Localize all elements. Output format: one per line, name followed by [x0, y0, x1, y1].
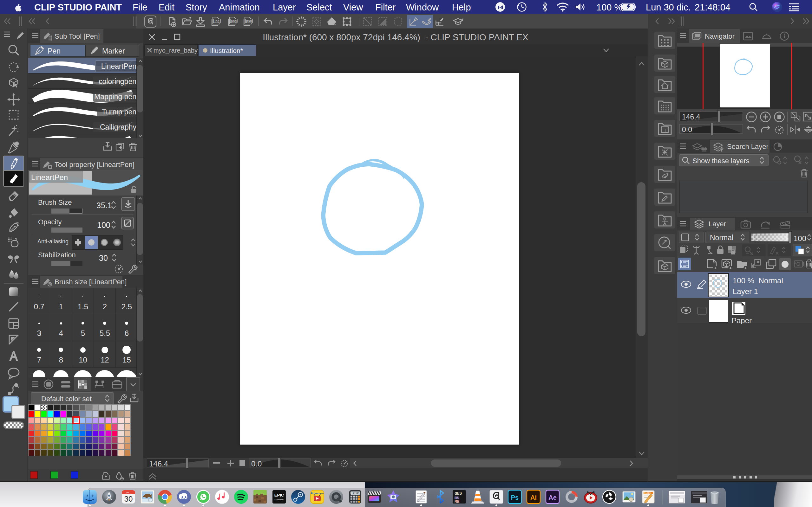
svg-text:Pokémon: Pokémon — [311, 492, 324, 495]
svg-text:GAMES: GAMES — [275, 498, 284, 501]
svg-text:Ai: Ai — [530, 494, 537, 501]
svg-text:ME: ME — [455, 499, 460, 504]
svg-text:Ps: Ps — [511, 494, 519, 501]
svg-text:3.141593: 3.141593 — [349, 492, 359, 495]
svg-text:EPIC: EPIC — [274, 493, 284, 498]
svg-text:psd: psd — [246, 19, 252, 23]
svg-text:DIC.: DIC. — [126, 491, 131, 494]
svg-text:Ae: Ae — [548, 494, 557, 501]
svg-text:PAGES: PAGES — [644, 492, 651, 494]
svg-text:png: png — [231, 19, 237, 23]
svg-text:jpg: jpg — [214, 19, 219, 23]
svg-text:30: 30 — [124, 495, 133, 503]
